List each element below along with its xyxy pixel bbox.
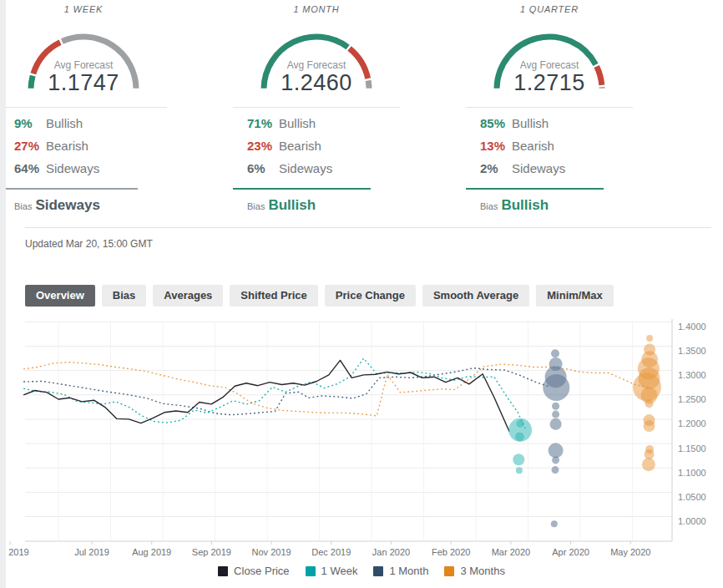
x-axis-label: Apr 2020 xyxy=(552,547,589,557)
gauge: Avg Forecast1.1747 xyxy=(21,26,146,93)
x-axis-label: May 2020 xyxy=(610,547,650,557)
legend-swatch xyxy=(306,566,316,576)
page-left-gutter xyxy=(0,0,6,588)
forecast-bubble-1-month-forecasts xyxy=(552,456,559,464)
chart-legend: Close Price1 Week1 Month3 Months xyxy=(0,565,723,577)
chart-tabs: OverviewBiasAveragesShifted PricePrice C… xyxy=(25,285,614,307)
legend-item-3-months[interactable]: 3 Months xyxy=(444,565,504,577)
legend-item-1-month[interactable]: 1 Month xyxy=(373,565,428,577)
forecast-bubble-1-month-forecasts xyxy=(550,418,562,430)
gauge: Avg Forecast1.2460 xyxy=(254,26,379,93)
sentiment-label: Sideways xyxy=(512,161,565,175)
avg-forecast-value: 1.2715 xyxy=(487,72,612,94)
panel-divider xyxy=(0,107,167,108)
sentiment-rows: 85%Bullish13%Bearish2%Sideways xyxy=(466,112,633,180)
bias-value: Bullish xyxy=(501,197,549,213)
x-axis-label: Dec 2019 xyxy=(311,547,351,557)
forecast-bubble-1-month-forecasts xyxy=(552,466,559,474)
x-axis-label: Jan 2020 xyxy=(372,547,410,557)
legend-label: 1 Month xyxy=(389,565,428,577)
avg-forecast-label: Avg Forecast xyxy=(254,59,379,71)
forecast-bubble-1-week-forecasts xyxy=(517,420,524,428)
y-axis-label: 1.0000 xyxy=(678,516,706,526)
legend-item-close-price[interactable]: Close Price xyxy=(218,565,289,577)
sentiment-row-sideways: 64%Sideways xyxy=(14,157,167,180)
sentiment-label: Bearish xyxy=(512,139,554,153)
y-axis-label: 1.0500 xyxy=(678,492,706,502)
sentiment-row-bullish: 85%Bullish xyxy=(480,112,633,134)
forecast-bubble-1-month-forecasts xyxy=(552,411,559,418)
y-axis-label: 1.2500 xyxy=(678,394,706,404)
avg-forecast-value: 1.2460 xyxy=(254,72,379,94)
forecast-bubble-3-months-forecasts xyxy=(642,458,655,471)
y-axis-label: 1.3500 xyxy=(678,346,706,356)
forecast-panel-1-week: 1 WEEKAvg Forecast1.17479%Bullish27%Bear… xyxy=(0,0,167,214)
sentiment-pct: 64% xyxy=(14,161,46,175)
bias-row: BiasBullish xyxy=(233,197,400,214)
tab-overview[interactable]: Overview xyxy=(25,285,95,307)
tab-minim-max[interactable]: Minim/Max xyxy=(536,285,613,307)
bias-rule xyxy=(0,188,138,190)
forecast-bubble-3-months-forecasts xyxy=(645,399,654,408)
tab-price-change[interactable]: Price Change xyxy=(325,285,416,307)
sentiment-label: Sideways xyxy=(46,161,99,175)
forecast-bubble-1-month-forecasts xyxy=(549,443,564,458)
legend-label: Close Price xyxy=(234,565,289,577)
sentiment-label: Bullish xyxy=(512,116,549,130)
forecast-bubble-3-months-forecasts xyxy=(644,420,655,432)
forecast-chart-canvas: 1.40001.35001.30001.25001.20001.15001.10… xyxy=(0,317,723,561)
legend-swatch xyxy=(373,566,383,576)
x-axis-label: Mar 2020 xyxy=(492,547,530,557)
forecast-bubble-3-months-forecasts xyxy=(646,335,653,342)
sentiment-pct: 13% xyxy=(480,139,512,153)
gauge-overlay: Avg Forecast1.2460 xyxy=(254,59,379,94)
sentiment-label: Bullish xyxy=(46,116,83,130)
bias-label: Bias xyxy=(247,201,265,211)
forecast-bubble-1-week-forecasts xyxy=(513,454,524,465)
y-axis-label: 1.2000 xyxy=(678,418,706,428)
sentiment-row-bearish: 23%Bearish xyxy=(247,134,400,157)
tab-shifted-price[interactable]: Shifted Price xyxy=(230,285,317,307)
bias-rule xyxy=(466,188,604,190)
sentiment-row-sideways: 6%Sideways xyxy=(247,157,400,180)
bias-label: Bias xyxy=(14,201,32,211)
sentiment-pct: 85% xyxy=(480,116,512,130)
tab-bias[interactable]: Bias xyxy=(102,285,146,307)
legend-label: 1 Week xyxy=(321,565,358,577)
forecast-panel-1-quarter: 1 QUARTERAvg Forecast1.271585%Bullish13%… xyxy=(466,0,633,214)
x-axis-label: Jul 2019 xyxy=(74,547,109,557)
updated-timestamp: Updated Mar 20, 15:00 GMT xyxy=(25,238,153,250)
section-divider xyxy=(25,227,711,228)
sentiment-pct: 23% xyxy=(247,139,279,153)
panel-period-title: 1 MONTH xyxy=(233,4,400,16)
sentiment-pct: 27% xyxy=(14,139,46,153)
sentiment-rows: 71%Bullish23%Bearish6%Sideways xyxy=(233,112,400,180)
bias-value: Bullish xyxy=(268,197,316,213)
bias-rule xyxy=(233,188,371,190)
legend-label: 3 Months xyxy=(460,565,504,577)
y-axis-label: 1.1500 xyxy=(678,444,706,454)
sentiment-pct: 6% xyxy=(247,161,279,175)
panel-divider xyxy=(466,107,633,108)
tab-averages[interactable]: Averages xyxy=(153,285,223,307)
forecast-bubble-1-month-forecasts xyxy=(551,349,559,357)
x-axis-label: Nov 2019 xyxy=(252,547,291,557)
forecast-bubble-1-week-forecasts xyxy=(516,467,523,474)
y-axis-label: 1.4000 xyxy=(678,322,706,332)
tab-smooth-average[interactable]: Smooth Average xyxy=(422,285,529,307)
x-axis-label: Sep 2019 xyxy=(192,547,231,557)
bias-row: BiasSideways xyxy=(0,197,167,214)
forecast-bubble-1-month-forecasts xyxy=(551,520,558,527)
gauge-overlay: Avg Forecast1.2715 xyxy=(487,59,612,94)
panel-period-title: 1 QUARTER xyxy=(466,4,633,16)
sentiment-row-bullish: 71%Bullish xyxy=(247,112,400,134)
sentiment-row-bearish: 13%Bearish xyxy=(480,134,633,157)
y-axis-label: 1.1000 xyxy=(678,468,706,478)
avg-forecast-label: Avg Forecast xyxy=(487,59,612,71)
avg-forecast-value: 1.1747 xyxy=(21,72,146,94)
panel-divider xyxy=(233,107,400,108)
x-axis-label: Feb 2020 xyxy=(432,547,470,557)
legend-swatch xyxy=(444,566,454,576)
legend-item-1-week[interactable]: 1 Week xyxy=(306,565,358,577)
sentiment-pct: 71% xyxy=(247,116,279,130)
